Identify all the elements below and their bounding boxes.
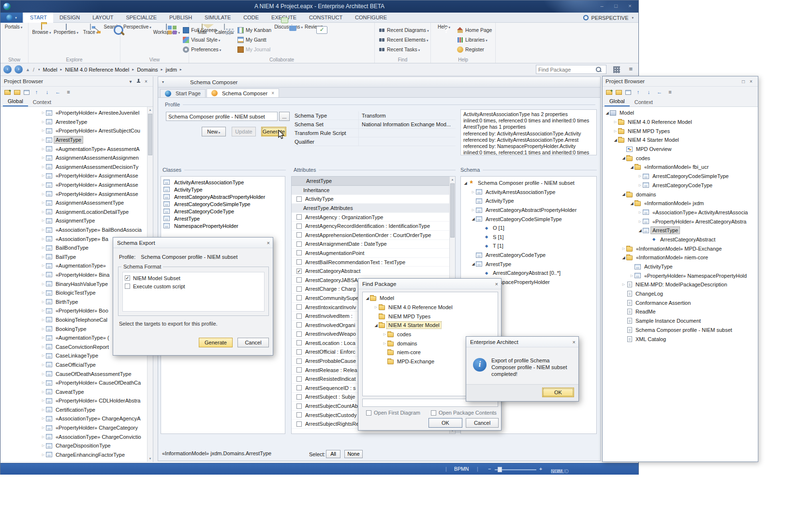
left-tree-item-propertyholder-cdlholderabstra[interactable]: ▷«PropertyHolder» CDLHolderAbstra — [1, 396, 147, 405]
breadcrumb-item-domains[interactable]: Domains — [137, 67, 158, 73]
expand-icon[interactable]: ▷ — [41, 165, 46, 169]
expand-icon[interactable]: ▷ — [41, 147, 46, 151]
expand-icon[interactable]: ▷ — [41, 363, 46, 367]
open-first-diagram-option[interactable]: Open First Diagram — [366, 410, 420, 416]
right-tree-item-changelog[interactable]: ChangeLog — [603, 289, 757, 299]
left-tree-item-causeofdeathassessmenttype[interactable]: ▷CauseOfDeathAssessmentType — [1, 369, 147, 378]
right-tree-item-niem-mpd-types[interactable]: ▷NIEM MPD Types — [603, 126, 757, 135]
find-package-item-niem-4-0-reference-model[interactable]: ▷NIEM 4.0 Reference Model — [363, 303, 498, 312]
scroll-up-icon[interactable]: ▲ — [148, 107, 153, 113]
expand-icon[interactable]: ▷ — [41, 345, 46, 349]
move-down-icon[interactable]: ↓ — [645, 89, 652, 95]
class-item-arrestcategorycodetype[interactable]: ArrestCategoryCodeType — [161, 208, 285, 215]
breadcrumb-item-jxdm[interactable]: jxdm — [166, 67, 177, 73]
move-down-icon[interactable]: ↓ — [44, 89, 51, 95]
ribbon-button-home-page[interactable]: Home Page — [455, 26, 494, 34]
expand-icon[interactable]: ▷ — [621, 247, 626, 251]
chevron-down-icon[interactable]: ▾ — [127, 79, 134, 84]
collapse-icon[interactable]: ◢ — [629, 165, 635, 169]
left-tree-item-associationtype-bailbondassocia[interactable]: ▷«AssociationType» BailBondAssocia — [1, 225, 147, 235]
collapse-icon[interactable]: ◢ — [637, 228, 643, 233]
app-menu-button[interactable]: ▾ — [0, 13, 23, 23]
grid-view-icon[interactable] — [613, 66, 620, 73]
attribute-row-arrestcategoryabstract[interactable]: ArrestCategoryAbstract — [292, 267, 449, 276]
expand-icon[interactable]: ▷ — [41, 426, 46, 430]
right-browser-tab-global[interactable]: Global — [605, 97, 630, 106]
expand-icon[interactable]: ▷ — [637, 220, 643, 224]
expand-icon[interactable]: ▷ — [41, 327, 46, 331]
ribbon-button-mail[interactable]: Mail — [191, 24, 213, 35]
right-tree-item-propertyholder-arrestcategoryabstra[interactable]: ▷«PropertyHolder» ArrestCategoryAbstra — [603, 217, 757, 226]
attribute-checkbox[interactable] — [296, 295, 302, 300]
close-icon[interactable]: × — [267, 238, 270, 248]
right-tree-item-sample-instance-document[interactable]: Sample Instance Document — [603, 316, 757, 326]
scroll-down-icon[interactable]: ▼ — [148, 456, 153, 462]
right-tree-item-arresttype[interactable]: ◢ArrestType — [603, 226, 757, 235]
expand-icon[interactable]: ▷ — [471, 190, 476, 194]
attribute-checkbox[interactable] — [296, 403, 302, 409]
expand-icon[interactable]: ▷ — [613, 120, 618, 124]
right-tree-item-arrestcategorycodetype[interactable]: ▷ArrestCategoryCodeType — [603, 181, 757, 190]
ok-button[interactable]: OK — [542, 388, 574, 397]
find-package-box[interactable] — [536, 65, 606, 74]
left-tree-item-arresttype[interactable]: ▷ArrestType — [1, 135, 147, 145]
ok-button[interactable]: OK — [428, 418, 462, 428]
menu-tab-construct[interactable]: CONSTRUCT — [303, 13, 349, 23]
update-button[interactable]: Update — [232, 127, 256, 136]
left-tree-item-caveattype[interactable]: ▷CaveatType — [1, 387, 147, 396]
collapse-icon[interactable]: ◢ — [629, 201, 635, 206]
expand-icon[interactable]: ▷ — [41, 309, 46, 313]
ribbon-button-portals[interactable]: Portals▾ — [2, 24, 25, 30]
schema-tree-item-arrestcategorycodesimpletype[interactable]: ◢ArrestCategoryCodeSimpleType — [461, 214, 596, 224]
left-tree-item-propertyholder-assignmentasse[interactable]: ▷«PropertyHolder» AssignmentAsse — [1, 171, 147, 180]
add-package-icon[interactable] — [606, 90, 612, 95]
expand-icon[interactable]: ▷ — [41, 372, 46, 376]
chevron-down-icon[interactable]: ▾ — [162, 77, 164, 88]
zoom-in-button[interactable]: + — [539, 466, 542, 472]
collapse-icon[interactable]: ◢ — [621, 255, 626, 260]
schema-tree-item-activitytype[interactable]: ActivityType — [461, 196, 596, 206]
titlebar[interactable]: A NIEM 4 Project.eapx - Enterprise Archi… — [0, 0, 638, 13]
menu-tab-code[interactable]: CODE — [237, 13, 265, 23]
expand-icon[interactable]: ▷ — [41, 390, 46, 394]
schema-tree-item-activityarrestassociationtype[interactable]: ▷ActivityArrestAssociationType — [461, 188, 596, 197]
status-toggle-cloud[interactable]: CLOUD — [551, 468, 569, 474]
close-icon[interactable]: × — [573, 337, 576, 347]
profile-name-input[interactable] — [166, 112, 278, 121]
class-item-arrestcategoryabstractpropertyholder[interactable]: ArrestCategoryAbstractPropertyHolder — [161, 193, 285, 200]
move-up-icon[interactable]: ↑ — [635, 89, 642, 95]
schema-tree-item-o-1[interactable]: O [1] — [461, 224, 596, 233]
expand-icon[interactable]: ▷ — [41, 354, 46, 358]
expand-icon[interactable]: ▷ — [629, 274, 635, 278]
right-tree-item-domains[interactable]: ◢domains — [603, 190, 757, 199]
left-tree-item-chargedispositiontype[interactable]: ▷ChargeDispositionType — [1, 441, 147, 450]
attribute-checkbox[interactable] — [296, 224, 302, 229]
expand-icon[interactable]: ▷ — [41, 255, 46, 259]
right-tree-item-niem-mpd-modelpackagedescription[interactable]: ▷NIEM-MPD: ModelPackageDescription — [603, 280, 757, 289]
right-tree-item-propertyholder-namespacepropertyhold[interactable]: ▷«PropertyHolder» NamespacePropertyHold — [603, 271, 757, 280]
document-tab-schema-composer[interactable]: Schema Composer× — [207, 89, 279, 97]
right-tree-item-codes[interactable]: ◢codes — [603, 153, 757, 163]
class-item-arresttype[interactable]: ArrestType — [161, 215, 285, 222]
left-tree-item-augmentationtype-assessmenta[interactable]: ▷«AugmentationType» AssessmentA — [1, 144, 147, 153]
expand-icon[interactable]: ▷ — [41, 174, 46, 178]
right-tree-item-arrestcategorycodesimpletype[interactable]: ▷ArrestCategoryCodeSimpleType — [603, 172, 757, 181]
maximize-button[interactable]: □ — [609, 2, 622, 11]
right-tree-item-activitytype[interactable]: ActivityType — [603, 262, 757, 271]
expand-icon[interactable]: ▷ — [41, 138, 46, 142]
right-tree-item-readme[interactable]: ReadMe — [603, 307, 757, 316]
scrollbar-thumb[interactable] — [450, 183, 455, 238]
attribute-row-arrestapprehensiondetentionorder-courtordertype[interactable]: ArrestApprehensionDetentionOrder : Court… — [292, 231, 449, 240]
menu-tab-start[interactable]: START — [24, 13, 53, 23]
close-icon[interactable]: × — [142, 79, 150, 84]
ribbon-button-recent-tasks[interactable]: Recent Tasks▾ — [377, 45, 431, 54]
close-button[interactable]: × — [623, 2, 636, 11]
attribute-checkbox[interactable] — [296, 421, 302, 427]
ribbon-button-my-kanban[interactable]: My Kanban — [236, 26, 273, 34]
composer-header[interactable]: ▾ Schema Composer — [158, 77, 600, 88]
class-item-namespacepropertyholder[interactable]: NamespacePropertyHolder — [161, 222, 285, 229]
cancel-button[interactable]: Cancel — [466, 418, 499, 428]
ribbon-button-calendar[interactable]: Calendar — [213, 24, 236, 35]
move-up-icon[interactable]: ↑ — [33, 89, 40, 95]
select-none-button[interactable]: None — [344, 450, 363, 458]
